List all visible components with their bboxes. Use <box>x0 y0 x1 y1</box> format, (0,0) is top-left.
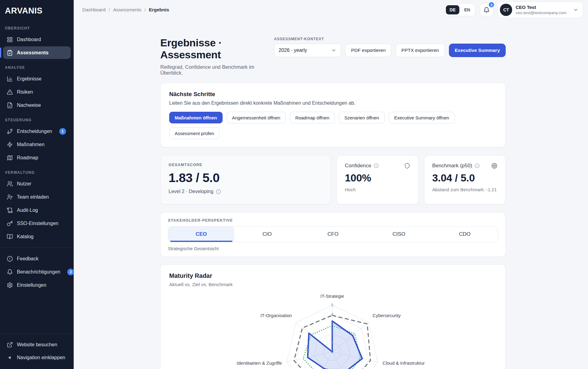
sidebar-item-massnahmen[interactable]: Maßnahmen <box>3 138 71 151</box>
check-assessment-button[interactable]: Assessment prüfen <box>169 127 220 139</box>
export-pdf-button[interactable]: PDF exportieren <box>345 44 391 57</box>
open-executive-summary-button[interactable]: Executive Summary öffnen <box>389 112 455 123</box>
clipboard-check-icon <box>7 50 13 56</box>
breadcrumb-separator: / <box>144 7 146 13</box>
bell-icon <box>7 269 13 275</box>
alert-circle-icon <box>7 256 13 262</box>
brand-logo: ARVANIS <box>0 0 74 20</box>
sidebar-item-ergebnisse[interactable]: Ergebnisse <box>3 72 71 85</box>
tab-cfo[interactable]: CFO <box>300 227 366 242</box>
gesamtscore-card: GESAMTSCORE 1.83 / 5.0 Level 2 · Develop… <box>160 155 331 204</box>
breadcrumb-dashboard[interactable]: Dashboard <box>82 7 106 13</box>
breadcrumb: Dashboard / Assessments / Ergebnis <box>82 7 169 13</box>
file-check-icon <box>7 102 13 108</box>
benchmark-value: 3.04 / 5.0 <box>432 172 498 184</box>
tab-ciso[interactable]: CISO <box>366 227 432 242</box>
bell-icon <box>483 7 490 13</box>
chevron-down-icon <box>331 48 337 53</box>
breadcrumb-assessments[interactable]: Assessments <box>113 7 141 13</box>
language-switcher: DE EN <box>444 3 475 16</box>
sidebar-item-team-einladen[interactable]: Team einladen <box>3 191 71 203</box>
scroll-icon <box>7 207 13 213</box>
executive-summary-button[interactable]: Executive Summary <box>449 44 506 57</box>
confidence-value: 100% <box>345 172 410 184</box>
sidebar-item-roadmap[interactable]: Roadmap <box>3 151 71 164</box>
confidence-note: Hoch <box>345 187 410 192</box>
tab-cio[interactable]: CIO <box>234 227 300 242</box>
zap-icon <box>7 142 13 148</box>
svg-text:3: 3 <box>331 321 333 326</box>
radar-title: Maturity Radar <box>169 272 497 279</box>
sidebar-item-assessments[interactable]: Assessments <box>3 46 71 59</box>
git-branch-icon <box>7 128 13 134</box>
users-icon <box>7 181 13 187</box>
topbar: Dashboard / Assessments / Ergebnis DE EN… <box>74 0 588 20</box>
sidebar-item-feedback[interactable]: Feedback <box>3 252 71 265</box>
lang-en-button[interactable]: EN <box>461 5 474 14</box>
tab-cdo[interactable]: CDO <box>432 227 498 242</box>
tab-ceo[interactable]: CEO <box>168 227 234 242</box>
svg-text:5: 5 <box>331 303 333 307</box>
user-name: CEO Test <box>516 5 567 10</box>
user-menu[interactable]: CT CEO Test ceo.test@testcompany.com <box>497 2 583 18</box>
bar-chart-icon <box>7 76 13 82</box>
external-link-icon <box>7 342 13 348</box>
assessment-context-select[interactable]: 2026 · yearly <box>274 44 341 57</box>
context-selected-value: 2026 · yearly <box>278 48 307 53</box>
lang-de-button[interactable]: DE <box>446 5 459 14</box>
section-label-verwaltung: VERWALTUNG <box>0 164 74 177</box>
sidebar-item-nachweise[interactable]: Nachweise <box>3 99 71 111</box>
target-icon <box>491 163 497 169</box>
info-icon[interactable] <box>216 189 221 194</box>
svg-text:Cloud & Infrastruktur: Cloud & Infrastruktur <box>383 360 425 366</box>
next-steps-title: Nächste Schritte <box>169 91 497 98</box>
info-icon[interactable] <box>475 163 480 168</box>
sidebar-item-label: Website besuchen <box>17 342 57 348</box>
open-roadmap-button[interactable]: Roadmap öffnen <box>290 112 335 123</box>
benchmark-note: Abstand zum Benchmark: -1.21 <box>432 187 498 192</box>
stakeholder-card: STAKEHOLDER-PERSPEKTIVE CEO CIO CFO CISO… <box>160 212 506 257</box>
section-label-analyse: ANALYSE <box>0 59 74 72</box>
sidebar-item-sso-einstellungen[interactable]: SSO-Einstellungen <box>3 217 71 230</box>
stakeholder-tabs: CEO CIO CFO CISO CDO <box>168 226 498 242</box>
open-angemessenheit-button[interactable]: Angemessenheit öffnen <box>227 112 286 123</box>
maturity-radar-card: Maturity Radar Aktuell vs. Ziel vs. Benc… <box>160 264 506 369</box>
sidebar-item-nutzer[interactable]: Nutzer <box>3 177 71 190</box>
svg-text:Identitaeten & Zugriffe: Identitaeten & Zugriffe <box>237 360 282 366</box>
svg-text:1: 1 <box>331 340 333 345</box>
sidebar-item-benachrichtigungen[interactable]: Benachrichtigungen 2 <box>3 266 71 278</box>
sidebar-item-entscheidungen[interactable]: Entscheidungen 1 <box>3 125 71 138</box>
sidebar-item-katalog[interactable]: Katalog <box>3 230 71 243</box>
sidebar-item-collapse-nav[interactable]: Navigation einklappen <box>3 351 71 364</box>
open-szenarien-button[interactable]: Szenarien öffnen <box>339 112 384 123</box>
open-massnahmen-button[interactable]: Maßnahmen öffnen <box>169 112 223 123</box>
user-email: ceo.test@testcompany.com <box>516 10 567 15</box>
sidebar-divider <box>0 247 74 248</box>
breadcrumb-separator: / <box>109 7 110 13</box>
next-steps-card: Nächste Schritte Leiten Sie aus den Erge… <box>160 83 506 147</box>
sidebar-item-audit-log[interactable]: Audit-Log <box>3 204 71 216</box>
book-open-icon <box>7 234 13 240</box>
breadcrumb-current: Ergebnis <box>149 7 169 13</box>
sidebar-item-label: Roadmap <box>17 155 38 161</box>
sidebar-item-risiken[interactable]: Risiken <box>3 86 71 98</box>
export-pptx-button[interactable]: PPTX exportieren <box>395 44 445 57</box>
section-label-uebersicht: ÜBERSICHT <box>0 20 74 33</box>
sidebar-item-label: Feedback <box>17 256 38 262</box>
shield-icon <box>404 163 410 169</box>
sidebar-item-label: Maßnahmen <box>17 142 45 147</box>
stats-row: GESAMTSCORE 1.83 / 5.0 Level 2 · Develop… <box>160 155 506 204</box>
sidebar-item-label: Entscheidungen <box>17 129 52 134</box>
sidebar-nav: ÜBERSICHT Dashboard Assessments ANALYSE … <box>0 20 74 369</box>
sidebar-item-dashboard[interactable]: Dashboard <box>3 33 71 46</box>
sidebar-item-label: Nutzer <box>17 181 31 187</box>
assessment-context: ASSESSMENT-KONTEXT 2026 · yearly PDF exp… <box>274 37 506 57</box>
sidebar-item-website-besuchen[interactable]: Website besuchen <box>3 338 71 351</box>
section-label-steuerung: STEUERUNG <box>0 112 74 125</box>
svg-text:2: 2 <box>331 331 333 335</box>
page-content: Ergebnisse · Assessment Reifegrad, Confi… <box>160 37 506 369</box>
notifications-button[interactable]: 2 <box>480 3 493 16</box>
map-icon <box>7 155 13 161</box>
sidebar-item-einstellungen[interactable]: Einstellungen <box>3 279 71 291</box>
info-icon[interactable] <box>374 163 379 168</box>
